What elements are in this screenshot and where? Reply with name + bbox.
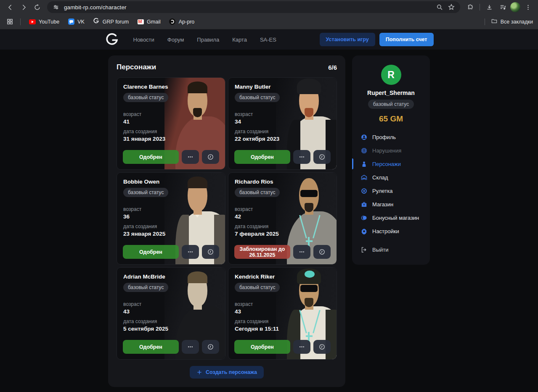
bookmarks-bar: YouTubeVKGRP forumGmailAp-pro Все заклад… xyxy=(0,14,538,29)
search-icon[interactable] xyxy=(436,3,443,11)
sidebar-item-label: Бонусный магазин xyxy=(372,215,419,221)
character-status-button[interactable]: Одобрен xyxy=(123,150,179,164)
created-label: дата создания xyxy=(235,224,330,229)
character-card: Manny Butler базовый статус возраст 34 д… xyxy=(228,77,337,170)
tab-queue-icon[interactable] xyxy=(497,1,509,13)
bookmark-vk[interactable]: VK xyxy=(65,17,87,27)
more-options-button[interactable] xyxy=(182,150,199,164)
character-status-button[interactable]: Заблокирован до 26.11.2025 xyxy=(234,245,290,259)
bookmark-youtube[interactable]: YouTube xyxy=(27,17,62,27)
ellipsis-icon xyxy=(187,153,194,160)
character-card: Bobbie Owen базовый статус возраст 36 да… xyxy=(117,172,225,265)
clock-icon xyxy=(207,248,214,255)
sidebar-item-violations[interactable]: Нарушения xyxy=(352,144,430,157)
history-button[interactable] xyxy=(202,340,219,354)
extensions-icon[interactable] xyxy=(464,1,476,13)
character-name: Clarence Barnes xyxy=(123,84,219,90)
clock-icon xyxy=(318,153,326,160)
back-icon[interactable] xyxy=(4,1,16,13)
history-button[interactable] xyxy=(313,340,331,354)
created-label: дата создания xyxy=(123,224,219,229)
install-game-button[interactable]: Установить игру xyxy=(320,33,375,46)
sidebar-item-label: Настройки xyxy=(372,228,399,234)
status-badge: базовый статус xyxy=(368,100,414,109)
clock-icon xyxy=(318,343,326,350)
bookmark-label: YouTube xyxy=(39,19,59,25)
grp-icon xyxy=(93,18,100,25)
logout-button[interactable]: Выйти xyxy=(352,243,430,256)
age-value: 42 xyxy=(235,213,330,220)
created-label: дата создания xyxy=(123,129,219,134)
sidebar-item-characters[interactable]: Персонажи xyxy=(352,157,430,171)
browser-profile-avatar[interactable] xyxy=(510,2,520,12)
created-value: 31 января 2023 xyxy=(123,136,219,142)
apps-grid-icon[interactable] xyxy=(5,17,14,26)
character-status-button[interactable]: Одобрен xyxy=(123,245,179,259)
forward-icon[interactable] xyxy=(18,1,29,13)
sidebar-item-label: Профиль xyxy=(372,134,396,140)
url-bar[interactable]: gambit-rp.com/character xyxy=(47,1,460,13)
character-card: Clarence Barnes базовый статус возраст 4… xyxy=(117,77,225,170)
bookmark-label: VK xyxy=(77,19,85,25)
created-value: 5 сентября 2025 xyxy=(123,326,219,332)
nav-link-4[interactable]: Карта xyxy=(232,37,247,43)
clock-icon xyxy=(207,153,214,160)
sidebar-item-bonus-shop[interactable]: BБонусный магазин xyxy=(352,211,430,224)
character-status-button[interactable]: Одобрен xyxy=(123,340,179,354)
more-options-button[interactable] xyxy=(293,150,310,164)
topup-button[interactable]: Пополнить счет xyxy=(379,33,434,46)
bookmark-grp[interactable]: GRP forum xyxy=(90,17,131,27)
character-name: Adrian McBride xyxy=(123,274,219,280)
characters-icon xyxy=(360,160,368,168)
appro-icon xyxy=(169,18,176,25)
nav-link-1[interactable]: Новости xyxy=(133,37,154,43)
history-button[interactable] xyxy=(202,150,219,164)
browser-toolbar: gambit-rp.com/character xyxy=(0,0,538,14)
url-text[interactable]: gambit-rp.com/character xyxy=(64,4,432,11)
sidebar-item-warehouse[interactable]: Склад xyxy=(352,171,430,184)
character-name: Kendrick Riker xyxy=(235,274,330,280)
more-options-button[interactable] xyxy=(293,340,310,354)
character-status-badge: базовый статус xyxy=(235,283,280,292)
sidebar-item-profile[interactable]: Профиль xyxy=(352,130,430,144)
logout-label: Выйти xyxy=(372,247,389,253)
more-options-button[interactable] xyxy=(182,245,199,259)
nav-link-5[interactable]: SA-ES xyxy=(260,37,276,43)
bookmark-gmail[interactable]: Gmail xyxy=(135,17,163,27)
sidebar-item-shop[interactable]: Магазин xyxy=(352,197,430,211)
chrome-menu-icon[interactable] xyxy=(522,1,534,13)
sidebar-item-roulette[interactable]: Рулетка xyxy=(352,184,430,197)
username: Rupert_Sherman xyxy=(359,89,423,96)
clock-icon xyxy=(207,343,214,350)
create-character-button[interactable]: Создать персонажа xyxy=(190,366,264,379)
clock-icon xyxy=(318,248,326,255)
bookmark-star-icon[interactable] xyxy=(448,3,455,11)
gmail-icon xyxy=(137,18,144,25)
downloads-icon[interactable] xyxy=(483,1,495,13)
character-status-button[interactable]: Одобрен xyxy=(234,150,290,164)
bookmark-label: Ap-pro xyxy=(179,19,195,25)
more-options-button[interactable] xyxy=(293,245,310,259)
nav-link-3[interactable]: Правила xyxy=(197,37,219,43)
site-permissions-icon[interactable] xyxy=(52,3,60,11)
sidebar-item-settings[interactable]: Настройки xyxy=(352,224,430,238)
character-status-button[interactable]: Одобрен xyxy=(234,340,290,354)
reload-icon[interactable] xyxy=(31,1,43,13)
sidebar-item-label: Рулетка xyxy=(372,188,392,194)
bookmark-appro[interactable]: Ap-pro xyxy=(167,17,197,27)
character-name: Manny Butler xyxy=(235,84,330,90)
nav-link-2[interactable]: Форум xyxy=(167,37,184,43)
all-bookmarks-button[interactable]: Все закладки xyxy=(491,18,533,26)
age-label: возраст xyxy=(235,111,330,117)
more-options-button[interactable] xyxy=(182,340,199,354)
sidebar-item-label: Склад xyxy=(372,174,388,181)
history-button[interactable] xyxy=(313,245,331,259)
created-value: Сегодня в 15:11 xyxy=(235,326,330,332)
age-label: возраст xyxy=(123,301,219,307)
sidebar-item-label: Нарушения xyxy=(372,147,401,154)
age-label: возраст xyxy=(235,206,330,212)
history-button[interactable] xyxy=(202,245,219,259)
ellipsis-icon xyxy=(187,343,194,350)
history-button[interactable] xyxy=(313,150,331,164)
gambit-logo-icon[interactable] xyxy=(105,32,119,47)
